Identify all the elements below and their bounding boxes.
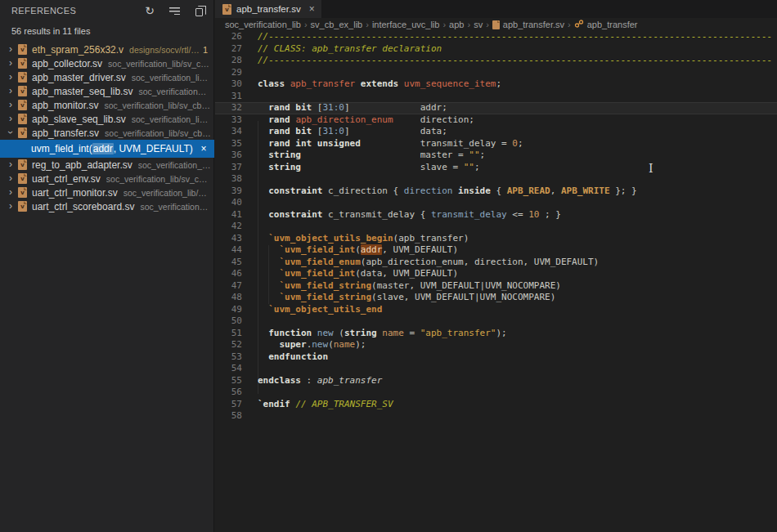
chevron-collapsed-icon[interactable]: › — [5, 57, 16, 69]
code-line-32[interactable]: 32 rand bit [31:0] addr; — [215, 102, 777, 114]
code-line-56[interactable]: 56 — [215, 387, 777, 399]
file-name: eth_spram_256x32.v — [32, 44, 124, 56]
breadcrumb-item[interactable]: soc_verification_lib — [225, 20, 301, 29]
file-result-row[interactable]: ›reg_to_apb_adapter.svsoc_verification_l… — [0, 158, 214, 172]
breadcrumb-label: sv — [474, 20, 483, 29]
copy-all-icon[interactable] — [192, 4, 205, 17]
code-line-28[interactable]: 28//------------------------------------… — [215, 55, 777, 67]
chevron-collapsed-icon[interactable]: › — [5, 43, 16, 55]
results-file-list: ›eth_spram_256x32.vdesigns/socv/rtl/rtl_… — [0, 42, 214, 213]
file-result-row[interactable]: ›apb_monitor.svsoc_verification_lib/sv_c… — [0, 98, 214, 112]
code-line-55[interactable]: 55endclass : apb_transfer — [215, 375, 777, 387]
chevron-collapsed-icon[interactable]: › — [5, 200, 16, 212]
code-line-43[interactable]: 43 `uvm_object_utils_begin(apb_transfer) — [215, 233, 777, 245]
code-line-49[interactable]: 49 `uvm_object_utils_end — [215, 304, 777, 316]
line-number: 38 — [215, 173, 242, 186]
verilog-file-icon — [492, 20, 500, 29]
code-line-50[interactable]: 50 — [215, 315, 777, 328]
file-result-row[interactable]: ›apb_collector.svsoc_verification_lib/sv… — [0, 56, 214, 70]
chevron-collapsed-icon[interactable]: › — [5, 172, 16, 184]
code-line-41[interactable]: 41 constraint c_transmit_delay { transmi… — [215, 209, 777, 221]
code-line-42[interactable]: 42 — [215, 221, 777, 233]
chevron-collapsed-icon[interactable]: › — [5, 99, 16, 110]
chevron-expanded-icon[interactable]: › — [5, 127, 16, 138]
line-number: 51 — [215, 328, 242, 340]
refresh-icon[interactable]: ↻ — [143, 4, 156, 17]
dismiss-match-icon[interactable]: × — [196, 143, 211, 154]
code-line-46[interactable]: 46 `uvm_field_int(data, UVM_DEFAULT) — [215, 268, 777, 280]
code-line-39[interactable]: 39 constraint c_direction { direction in… — [215, 186, 777, 198]
code-line-44[interactable]: 44 `uvm_field_int(addr, UVM_DEFAULT) — [215, 244, 777, 257]
file-result-row[interactable]: ›eth_spram_256x32.vdesigns/socv/rtl/rtl_… — [0, 42, 214, 56]
code-line-54[interactable]: 54 — [215, 363, 777, 375]
breadcrumb-item[interactable]: apb_transfer — [574, 19, 638, 30]
code-line-40[interactable]: 40 — [215, 197, 777, 209]
file-path: soc_verification_lib/sv_cb_ex_li... — [106, 174, 211, 184]
file-result-row[interactable]: ›apb_master_driver.svsoc_verification_li… — [0, 70, 214, 84]
line-number: 32 — [215, 102, 242, 114]
file-result-row[interactable]: ›uart_ctrl_monitor.svsoc_verification_li… — [0, 186, 214, 199]
file-result-row[interactable]: ›uart_ctrl_scoreboard.svsoc_verification… — [0, 199, 214, 213]
code-line-27[interactable]: 27// CLASS: apb_transfer declaration — [215, 43, 777, 56]
code-line-58[interactable]: 58 — [215, 410, 777, 422]
code-line-57[interactable]: 57`endif // APB_TRANSFER_SV — [215, 399, 777, 411]
breadcrumb-item[interactable]: apb — [449, 20, 464, 29]
code-line-38[interactable]: 38 — [215, 173, 777, 186]
line-number: 31 — [215, 91, 242, 103]
file-result-row[interactable]: ›uart_ctrl_env.svsoc_verification_lib/sv… — [0, 172, 214, 186]
line-number: 55 — [215, 375, 242, 387]
code-line-48[interactable]: 48 `uvm_field_string(slave, UVM_DEFAULT|… — [215, 292, 777, 304]
code-line-53[interactable]: 53 endfunction — [215, 351, 777, 364]
line-text — [242, 91, 258, 103]
file-name: apb_master_seq_lib.sv — [32, 86, 132, 97]
code-line-47[interactable]: 47 `uvm_field_string(master, UVM_DEFAULT… — [215, 280, 777, 293]
file-path: soc_verification_lib/sv_c... — [132, 73, 211, 83]
chevron-collapsed-icon[interactable]: › — [5, 71, 16, 83]
chevron-collapsed-icon[interactable]: › — [5, 85, 16, 96]
code-line-35[interactable]: 35 rand int unsigned transmit_delay = 0; — [215, 138, 777, 150]
chevron-collapsed-icon[interactable]: › — [5, 113, 16, 124]
line-text: `uvm_field_int(data, UVM_DEFAULT) — [242, 268, 458, 280]
line-text: rand int unsigned transmit_delay = 0; — [242, 138, 523, 150]
line-text: //--------------------------------------… — [242, 55, 772, 67]
code-line-45[interactable]: 45 `uvm_field_enum(apb_direction_enum, d… — [215, 257, 777, 269]
line-text — [242, 387, 258, 399]
code-line-34[interactable]: 34 rand bit [31:0] data; — [215, 126, 777, 138]
breadcrumb: soc_verification_lib›sv_cb_ex_lib›interf… — [215, 18, 777, 31]
breadcrumb-separator-icon: › — [486, 20, 489, 29]
code-editor[interactable]: 26//------------------------------------… — [215, 31, 777, 532]
verilog-file-icon — [18, 159, 27, 170]
code-line-30[interactable]: 30class apb_transfer extends uvm_sequenc… — [215, 78, 777, 91]
verilog-file-icon — [18, 187, 27, 198]
code-line-37[interactable]: 37 string slave = ""; — [215, 162, 777, 174]
code-line-26[interactable]: 26//------------------------------------… — [215, 31, 777, 43]
line-text: // CLASS: apb_transfer declaration — [242, 43, 442, 56]
chevron-collapsed-icon[interactable]: › — [5, 159, 16, 170]
line-number: 57 — [215, 399, 242, 411]
code-line-33[interactable]: 33 rand apb_direction_enum direction; — [215, 114, 777, 127]
breadcrumb-label: apb_transfer — [587, 20, 638, 29]
line-number: 43 — [215, 233, 242, 245]
collapse-all-icon[interactable] — [168, 4, 181, 17]
tab-apb-transfer[interactable]: apb_transfer.sv × — [215, 0, 321, 18]
file-result-row[interactable]: ›apb_slave_seq_lib.svsoc_verification_li… — [0, 112, 214, 126]
reference-match-row[interactable]: uvm_field_int(addr, UVM_DEFAULT)× — [0, 140, 214, 158]
tab-close-icon[interactable]: × — [309, 3, 315, 15]
code-line-52[interactable]: 52 super.new(name); — [215, 339, 777, 351]
file-result-row[interactable]: ›apb_transfer.svsoc_verification_lib/sv_… — [0, 126, 214, 140]
code-line-36[interactable]: 36 string master = ""; — [215, 150, 777, 162]
code-line-51[interactable]: 51 function new (string name = "apb_tran… — [215, 328, 777, 340]
breadcrumb-item[interactable]: sv_cb_ex_lib — [311, 20, 363, 29]
chevron-collapsed-icon[interactable]: › — [5, 186, 16, 198]
line-text: `uvm_field_string(master, UVM_DEFAULT|UV… — [242, 280, 561, 293]
code-line-31[interactable]: 31 — [215, 91, 777, 103]
code-line-29[interactable]: 29 — [215, 67, 777, 79]
breadcrumb-item[interactable]: apb_transfer.sv — [492, 20, 564, 29]
breadcrumb-item[interactable]: interface_uvc_lib — [372, 20, 440, 29]
file-result-row[interactable]: ›apb_master_seq_lib.svsoc_verification_l… — [0, 84, 214, 98]
line-number: 33 — [215, 114, 242, 127]
breadcrumb-item[interactable]: sv — [474, 20, 483, 29]
file-name: apb_slave_seq_lib.sv — [32, 114, 126, 125]
line-text: endfunction — [242, 351, 328, 364]
breadcrumb-label: soc_verification_lib — [225, 20, 301, 29]
